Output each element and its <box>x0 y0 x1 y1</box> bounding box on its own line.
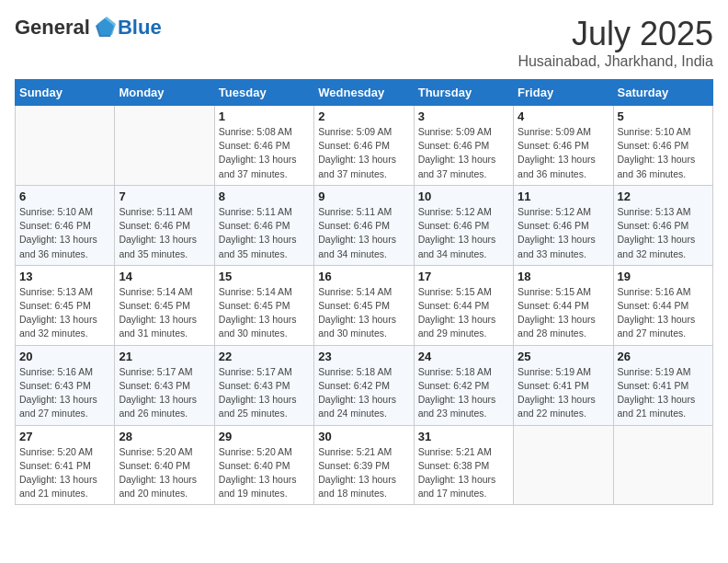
calendar-cell: 31Sunrise: 5:21 AM Sunset: 6:38 PM Dayli… <box>414 425 513 505</box>
day-info: Sunrise: 5:14 AM Sunset: 6:45 PM Dayligh… <box>219 285 310 341</box>
calendar-cell: 16Sunrise: 5:14 AM Sunset: 6:45 PM Dayli… <box>314 265 414 345</box>
day-info: Sunrise: 5:12 AM Sunset: 6:46 PM Dayligh… <box>418 205 509 261</box>
day-info: Sunrise: 5:08 AM Sunset: 6:46 PM Dayligh… <box>219 125 310 181</box>
calendar-cell: 28Sunrise: 5:20 AM Sunset: 6:40 PM Dayli… <box>115 425 214 505</box>
day-info: Sunrise: 5:12 AM Sunset: 6:46 PM Dayligh… <box>518 205 609 261</box>
day-info: Sunrise: 5:17 AM Sunset: 6:43 PM Dayligh… <box>119 365 210 421</box>
calendar-cell: 20Sunrise: 5:16 AM Sunset: 6:43 PM Dayli… <box>16 345 115 425</box>
day-info: Sunrise: 5:10 AM Sunset: 6:46 PM Dayligh… <box>618 125 709 181</box>
weekday-header-row: SundayMondayTuesdayWednesdayThursdayFrid… <box>16 80 713 106</box>
day-info: Sunrise: 5:18 AM Sunset: 6:42 PM Dayligh… <box>418 365 509 421</box>
calendar-cell: 27Sunrise: 5:20 AM Sunset: 6:41 PM Dayli… <box>16 425 115 505</box>
week-row-1: 1Sunrise: 5:08 AM Sunset: 6:46 PM Daylig… <box>16 106 713 186</box>
calendar-cell: 19Sunrise: 5:16 AM Sunset: 6:44 PM Dayli… <box>613 265 712 345</box>
calendar-cell <box>16 106 115 186</box>
calendar-cell: 8Sunrise: 5:11 AM Sunset: 6:46 PM Daylig… <box>214 185 313 265</box>
location-title: Husainabad, Jharkhand, India <box>518 53 713 70</box>
month-title: July 2025 <box>518 15 713 53</box>
day-number: 15 <box>219 270 310 283</box>
day-number: 4 <box>518 109 609 123</box>
day-number: 13 <box>19 270 110 283</box>
week-row-5: 27Sunrise: 5:20 AM Sunset: 6:41 PM Dayli… <box>16 425 713 505</box>
day-info: Sunrise: 5:11 AM Sunset: 6:46 PM Dayligh… <box>318 205 409 261</box>
day-number: 30 <box>318 430 409 443</box>
day-number: 23 <box>318 350 409 363</box>
logo-blue-text: Blue <box>118 16 162 40</box>
day-info: Sunrise: 5:20 AM Sunset: 6:41 PM Dayligh… <box>19 445 110 501</box>
calendar-cell: 23Sunrise: 5:18 AM Sunset: 6:42 PM Dayli… <box>314 345 414 425</box>
day-info: Sunrise: 5:11 AM Sunset: 6:46 PM Dayligh… <box>119 205 210 261</box>
day-number: 7 <box>119 190 210 203</box>
calendar-cell: 7Sunrise: 5:11 AM Sunset: 6:46 PM Daylig… <box>115 185 214 265</box>
day-number: 16 <box>318 270 409 283</box>
calendar-cell: 18Sunrise: 5:15 AM Sunset: 6:44 PM Dayli… <box>514 265 613 345</box>
day-number: 9 <box>318 190 409 203</box>
calendar-cell: 3Sunrise: 5:09 AM Sunset: 6:46 PM Daylig… <box>414 106 513 186</box>
calendar-cell: 26Sunrise: 5:19 AM Sunset: 6:41 PM Dayli… <box>613 345 712 425</box>
calendar-cell: 21Sunrise: 5:17 AM Sunset: 6:43 PM Dayli… <box>115 345 214 425</box>
day-number: 27 <box>19 430 110 443</box>
calendar-cell: 11Sunrise: 5:12 AM Sunset: 6:46 PM Dayli… <box>514 185 613 265</box>
day-info: Sunrise: 5:16 AM Sunset: 6:43 PM Dayligh… <box>19 365 110 421</box>
day-info: Sunrise: 5:17 AM Sunset: 6:43 PM Dayligh… <box>219 365 310 421</box>
day-number: 19 <box>618 270 709 283</box>
day-info: Sunrise: 5:20 AM Sunset: 6:40 PM Dayligh… <box>119 445 210 501</box>
day-number: 10 <box>418 190 509 203</box>
day-info: Sunrise: 5:20 AM Sunset: 6:40 PM Dayligh… <box>219 445 310 501</box>
day-number: 22 <box>219 350 310 363</box>
logo-icon <box>92 15 118 40</box>
calendar-cell <box>115 106 214 186</box>
weekday-header-monday: Monday <box>115 80 214 106</box>
header: General Blue July 2025 Husainabad, Jhark… <box>15 15 713 70</box>
day-info: Sunrise: 5:16 AM Sunset: 6:44 PM Dayligh… <box>618 285 709 341</box>
day-info: Sunrise: 5:21 AM Sunset: 6:39 PM Dayligh… <box>318 445 409 501</box>
calendar-cell: 5Sunrise: 5:10 AM Sunset: 6:46 PM Daylig… <box>613 106 712 186</box>
day-number: 17 <box>418 270 509 283</box>
day-info: Sunrise: 5:21 AM Sunset: 6:38 PM Dayligh… <box>418 445 509 501</box>
day-info: Sunrise: 5:18 AM Sunset: 6:42 PM Dayligh… <box>318 365 409 421</box>
day-number: 2 <box>318 109 409 123</box>
calendar-cell: 24Sunrise: 5:18 AM Sunset: 6:42 PM Dayli… <box>414 345 513 425</box>
day-number: 8 <box>219 190 310 203</box>
day-info: Sunrise: 5:15 AM Sunset: 6:44 PM Dayligh… <box>518 285 609 341</box>
weekday-header-friday: Friday <box>514 80 613 106</box>
day-number: 12 <box>618 190 709 203</box>
title-area: July 2025 Husainabad, Jharkhand, India <box>518 15 713 70</box>
weekday-header-saturday: Saturday <box>613 80 712 106</box>
week-row-3: 13Sunrise: 5:13 AM Sunset: 6:45 PM Dayli… <box>16 265 713 345</box>
calendar-cell: 29Sunrise: 5:20 AM Sunset: 6:40 PM Dayli… <box>214 425 313 505</box>
calendar-cell: 30Sunrise: 5:21 AM Sunset: 6:39 PM Dayli… <box>314 425 414 505</box>
day-info: Sunrise: 5:13 AM Sunset: 6:46 PM Dayligh… <box>618 205 709 261</box>
weekday-header-thursday: Thursday <box>414 80 513 106</box>
day-number: 14 <box>119 270 210 283</box>
day-info: Sunrise: 5:15 AM Sunset: 6:44 PM Dayligh… <box>418 285 509 341</box>
day-number: 29 <box>219 430 310 443</box>
calendar-cell: 22Sunrise: 5:17 AM Sunset: 6:43 PM Dayli… <box>214 345 313 425</box>
calendar-table: SundayMondayTuesdayWednesdayThursdayFrid… <box>15 79 713 505</box>
day-info: Sunrise: 5:09 AM Sunset: 6:46 PM Dayligh… <box>418 125 509 181</box>
logo-general-text: General <box>15 16 90 40</box>
calendar-cell: 6Sunrise: 5:10 AM Sunset: 6:46 PM Daylig… <box>16 185 115 265</box>
day-number: 18 <box>518 270 609 283</box>
day-info: Sunrise: 5:14 AM Sunset: 6:45 PM Dayligh… <box>318 285 409 341</box>
calendar-cell: 10Sunrise: 5:12 AM Sunset: 6:46 PM Dayli… <box>414 185 513 265</box>
week-row-2: 6Sunrise: 5:10 AM Sunset: 6:46 PM Daylig… <box>16 185 713 265</box>
day-number: 31 <box>418 430 509 443</box>
day-info: Sunrise: 5:14 AM Sunset: 6:45 PM Dayligh… <box>119 285 210 341</box>
day-info: Sunrise: 5:09 AM Sunset: 6:46 PM Dayligh… <box>318 125 409 181</box>
day-number: 6 <box>19 190 110 203</box>
day-number: 21 <box>119 350 210 363</box>
calendar-cell: 4Sunrise: 5:09 AM Sunset: 6:46 PM Daylig… <box>514 106 613 186</box>
calendar-cell: 1Sunrise: 5:08 AM Sunset: 6:46 PM Daylig… <box>214 106 313 186</box>
day-number: 1 <box>219 109 310 123</box>
weekday-header-tuesday: Tuesday <box>214 80 313 106</box>
calendar-cell: 15Sunrise: 5:14 AM Sunset: 6:45 PM Dayli… <box>214 265 313 345</box>
day-info: Sunrise: 5:19 AM Sunset: 6:41 PM Dayligh… <box>518 365 609 421</box>
day-info: Sunrise: 5:09 AM Sunset: 6:46 PM Dayligh… <box>518 125 609 181</box>
day-info: Sunrise: 5:19 AM Sunset: 6:41 PM Dayligh… <box>618 365 709 421</box>
day-number: 25 <box>518 350 609 363</box>
calendar-cell: 9Sunrise: 5:11 AM Sunset: 6:46 PM Daylig… <box>314 185 414 265</box>
day-info: Sunrise: 5:10 AM Sunset: 6:46 PM Dayligh… <box>19 205 110 261</box>
calendar-cell: 25Sunrise: 5:19 AM Sunset: 6:41 PM Dayli… <box>514 345 613 425</box>
day-number: 20 <box>19 350 110 363</box>
